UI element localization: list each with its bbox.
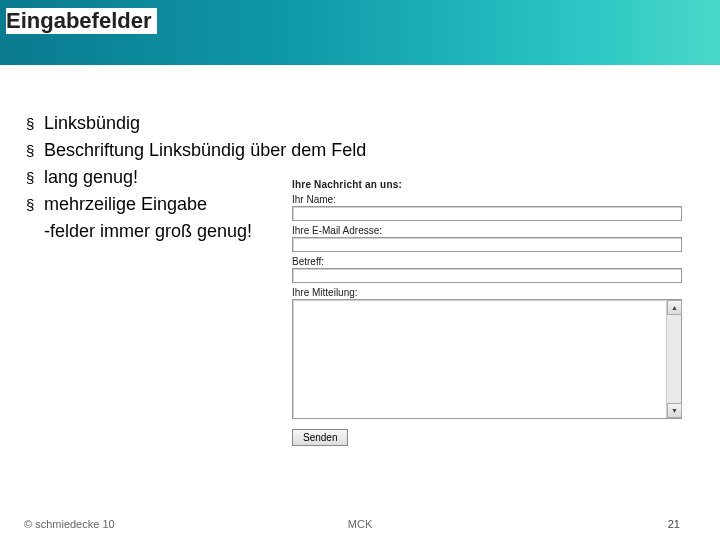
message-label: Ihre Mitteilung:	[292, 287, 692, 298]
footer-course: MCK	[348, 518, 372, 530]
form-row-email: Ihre E-Mail Adresse:	[292, 225, 692, 252]
form-heading: Ihre Nachricht an uns:	[292, 179, 692, 190]
send-button[interactable]: Senden	[292, 429, 348, 446]
scroll-up-icon[interactable]: ▲	[667, 300, 682, 315]
bullet-text: lang genug!	[44, 164, 138, 191]
subject-input[interactable]	[292, 268, 682, 283]
bullet-text: Linksbündig	[44, 110, 140, 137]
footer-copyright: © schmiedecke 10	[24, 518, 115, 530]
name-label: Ihr Name:	[292, 194, 692, 205]
bullet-icon: §	[22, 164, 44, 191]
form-row-message: Ihre Mitteilung: ▲ ▼	[292, 287, 692, 419]
footer-page-number: 21	[668, 518, 680, 530]
slide-header: Eingabefelder	[0, 0, 720, 65]
bullet-text: Beschriftung Linksbündig über dem Feld	[44, 137, 366, 164]
form-row-subject: Betreff:	[292, 256, 692, 283]
subject-label: Betreff:	[292, 256, 692, 267]
form-screenshot: Ihre Nachricht an uns: Ihr Name: Ihre E-…	[292, 179, 692, 446]
email-label: Ihre E-Mail Adresse:	[292, 225, 692, 236]
slide-content: § Linksbündig § Beschriftung Linksbündig…	[0, 65, 720, 245]
name-input[interactable]	[292, 206, 682, 221]
scrollbar[interactable]: ▲ ▼	[666, 300, 681, 418]
bullet-icon: §	[22, 137, 44, 164]
slide-footer: © schmiedecke 10 MCK 21	[0, 518, 720, 530]
email-input[interactable]	[292, 237, 682, 252]
bullet-text: mehrzeilige Eingabe -felder immer groß g…	[44, 191, 252, 245]
list-item: § Linksbündig	[22, 110, 720, 137]
form-row-name: Ihr Name:	[292, 194, 692, 221]
message-textarea[interactable]: ▲ ▼	[292, 299, 682, 419]
bullet-icon: §	[22, 110, 44, 137]
scroll-down-icon[interactable]: ▼	[667, 403, 682, 418]
bullet-icon: §	[22, 191, 44, 218]
slide-title: Eingabefelder	[6, 8, 157, 34]
list-item: § Beschriftung Linksbündig über dem Feld	[22, 137, 720, 164]
